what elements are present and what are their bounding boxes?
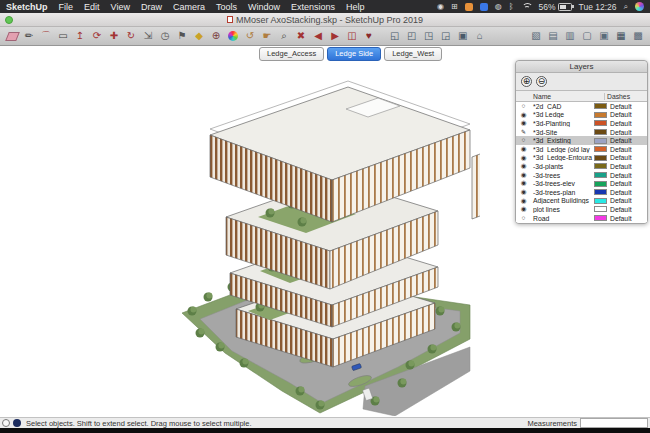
layer-row[interactable]: *3d-Site Default [516,128,647,137]
layer-visibility-icon[interactable] [516,215,531,222]
layer-dashes[interactable]: Default [610,111,647,118]
spotlight-search-icon[interactable]: ⌕ [624,3,628,11]
orbit-tool[interactable]: ↺ [242,29,258,44]
layer-dashes[interactable]: Default [610,154,647,161]
layer-dashes[interactable]: Default [610,120,647,127]
layer-visibility-icon[interactable] [516,137,531,144]
layer-visibility-icon[interactable] [516,189,531,196]
scene-tab[interactable]: Ledge_Access [259,47,324,61]
menu-item[interactable]: Camera [173,2,205,12]
layers-name-column-header[interactable]: Name [531,93,604,100]
back-edges-style-button[interactable]: ▤ [545,29,561,44]
layer-name[interactable]: *3d-Site [531,129,594,136]
layer-row[interactable]: Adjacent Buildings Default [516,197,647,206]
layer-color-swatch[interactable] [594,138,607,144]
layer-color-swatch[interactable] [594,120,607,126]
front-view-button[interactable]: ◳ [421,29,437,44]
layer-row[interactable]: -3d-plants Default [516,162,647,171]
scene-tab[interactable]: Ledge Side [327,47,381,61]
layer-name[interactable]: *3d-Planting [531,120,594,127]
layer-color-swatch[interactable] [594,172,607,178]
layer-visibility-icon[interactable] [516,172,531,179]
layer-color-swatch[interactable] [594,155,607,161]
rotate-tool[interactable]: ↻ [123,29,139,44]
layer-dashes[interactable]: Default [610,103,647,110]
app-blue-icon[interactable] [480,3,488,11]
textured-style-button[interactable]: ▦ [613,29,629,44]
layer-color-swatch[interactable] [594,181,607,187]
screen-record-icon[interactable]: ◉ [437,3,444,11]
bluetooth-icon[interactable]: ᛒ [509,3,514,11]
layer-row[interactable]: *3d Ledge Default [516,111,647,120]
back-view-button[interactable]: ▣ [455,29,471,44]
layer-dashes[interactable]: Default [610,172,647,179]
layers-panel-title[interactable]: Layers [516,61,647,73]
layer-name[interactable]: *2d_CAD [531,103,594,110]
layer-dashes[interactable]: Default [610,189,647,196]
layer-visibility-icon[interactable] [516,180,531,187]
wifi-icon[interactable] [521,3,532,11]
move-tool[interactable]: ✚ [106,29,122,44]
layer-dashes[interactable]: Default [610,137,647,144]
xray-style-button[interactable]: ▧ [528,29,544,44]
zoom-tool[interactable]: ⌕ [276,29,292,44]
scale-tool[interactable]: ⇲ [140,29,156,44]
layer-name[interactable]: *3d_Ledge (old lay [531,146,594,153]
color-wheel-tool[interactable] [225,29,241,44]
layer-visibility-icon[interactable] [516,146,531,153]
layer-name[interactable]: -3d-trees-plan [531,189,594,196]
scene-tab[interactable]: Ledge_West [384,47,442,61]
layer-color-swatch[interactable] [594,215,607,221]
input-source-icon[interactable]: ⊞ [451,3,458,11]
layer-row[interactable]: plot lines Default [516,205,647,214]
layer-visibility-icon[interactable] [516,103,531,110]
previous-view-button[interactable]: ◀ [310,29,326,44]
tape-measure-tool[interactable]: ◷ [157,29,173,44]
layer-row[interactable]: *3d_Ledge (old lay Default [516,145,647,154]
paint-bucket-tool[interactable]: ◆ [191,29,207,44]
menu-item[interactable]: View [111,2,130,12]
layer-visibility-icon[interactable] [516,120,531,127]
arc-tool[interactable]: ⌒ [38,29,54,44]
position-camera-tool[interactable]: ♥ [361,29,377,44]
measurements-input[interactable] [580,418,648,428]
right-view-button[interactable]: ◲ [438,29,454,44]
hidden-line-style-button[interactable]: ▢ [579,29,595,44]
layer-row[interactable]: -3d-trees-elev Default [516,179,647,188]
layer-row[interactable]: Road Default [516,214,647,223]
layer-row[interactable]: -3d-trees-plan Default [516,188,647,197]
wireframe-style-button[interactable]: ▥ [562,29,578,44]
layer-row[interactable]: *2d_CAD Default [516,102,647,111]
menu-item[interactable]: Edit [84,2,100,12]
layer-name[interactable]: -3d-plants [531,163,594,170]
layer-visibility-icon[interactable] [516,206,531,213]
push-pull-tool[interactable]: ↥ [72,29,88,44]
layer-name[interactable]: *3d_Ledge-Entoura [531,154,594,161]
layer-color-swatch[interactable] [594,129,607,135]
menu-item[interactable]: Draw [141,2,162,12]
layer-color-swatch[interactable] [594,189,607,195]
top-view-button[interactable]: ◰ [404,29,420,44]
layer-dashes[interactable]: Default [610,180,647,187]
layer-visibility-icon[interactable] [516,163,531,170]
menu-item[interactable]: File [59,2,74,12]
menu-item[interactable]: Extensions [291,2,335,12]
menu-item[interactable]: Help [346,2,365,12]
layer-name[interactable]: *3d_Existing [531,137,594,144]
layer-row[interactable]: *3d_Ledge-Entoura Default [516,154,647,163]
layer-color-swatch[interactable] [594,206,607,212]
eraser-tool[interactable] [4,29,20,44]
menu-clock[interactable]: Tue 12:26 [579,2,617,12]
layer-color-swatch[interactable] [594,146,607,152]
layer-dashes[interactable]: Default [610,197,647,204]
add-layer-button[interactable]: ⊕ [521,76,532,87]
layer-color-swatch[interactable] [594,112,607,118]
layer-dashes[interactable]: Default [610,206,647,213]
zoom-extents-tool[interactable]: ✖ [293,29,309,44]
layer-color-swatch[interactable] [594,163,607,169]
shaded-style-button[interactable]: ▣ [596,29,612,44]
layer-name[interactable]: Adjacent Buildings [531,197,594,204]
layer-dashes[interactable]: Default [610,163,647,170]
layer-dashes[interactable]: Default [610,215,647,222]
layer-color-swatch[interactable] [594,103,607,109]
